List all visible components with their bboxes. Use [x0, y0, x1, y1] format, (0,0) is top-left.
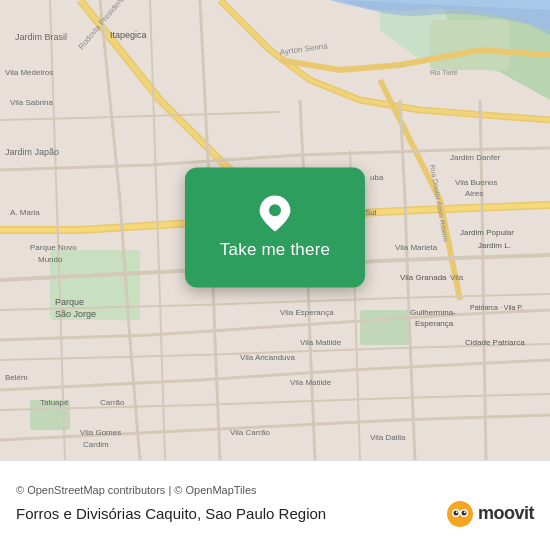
- moovit-text-label: moovit: [478, 503, 534, 524]
- svg-text:Belém: Belém: [5, 373, 28, 382]
- svg-rect-3: [430, 20, 510, 70]
- svg-text:Jardim L.: Jardim L.: [478, 241, 511, 250]
- svg-text:Vila Aricanduva: Vila Aricanduva: [240, 353, 296, 362]
- attribution-text: © OpenStreetMap contributors | © OpenMap…: [16, 484, 534, 496]
- svg-text:Sul: Sul: [365, 208, 377, 217]
- svg-text:Jardim Popular: Jardim Popular: [460, 228, 514, 237]
- svg-text:Jardim Japão: Jardim Japão: [5, 147, 59, 157]
- svg-text:Vila: Vila: [450, 273, 464, 282]
- svg-text:Cardim: Cardim: [83, 440, 109, 449]
- svg-text:uba: uba: [370, 173, 384, 182]
- place-name: Forros e Divisórias Caquito, Sao Paulo R…: [16, 505, 326, 522]
- svg-rect-6: [360, 310, 410, 345]
- svg-point-55: [464, 511, 466, 513]
- svg-text:São Jorge: São Jorge: [55, 309, 96, 319]
- svg-text:Vila Esperança: Vila Esperança: [280, 308, 334, 317]
- svg-text:Vila Matilde: Vila Matilde: [290, 378, 332, 387]
- take-me-there-label: Take me there: [220, 240, 330, 260]
- svg-point-49: [447, 501, 473, 527]
- svg-text:A. Maria: A. Maria: [10, 208, 40, 217]
- svg-text:Parque Novo: Parque Novo: [30, 243, 77, 252]
- svg-text:Jardim Brasil: Jardim Brasil: [15, 32, 67, 42]
- svg-text:Vila Matilde: Vila Matilde: [300, 338, 342, 347]
- svg-text:Rio Tietê: Rio Tietê: [430, 69, 458, 76]
- svg-text:Cidade Patriarca: Cidade Patriarca: [465, 338, 525, 347]
- svg-text:Vila Gomes: Vila Gomes: [80, 428, 121, 437]
- svg-text:Vila Granada: Vila Granada: [400, 273, 447, 282]
- svg-point-48: [269, 204, 281, 216]
- svg-text:Vila Dalila: Vila Dalila: [370, 433, 406, 442]
- svg-text:Tatuapé: Tatuapé: [40, 398, 69, 407]
- svg-point-52: [453, 510, 458, 515]
- svg-point-53: [461, 510, 466, 515]
- svg-text:Itapegica: Itapegica: [110, 30, 147, 40]
- svg-text:Vila Buenos: Vila Buenos: [455, 178, 498, 187]
- svg-text:Vila Carrão: Vila Carrão: [230, 428, 270, 437]
- location-pin-icon: [257, 196, 293, 232]
- svg-text:Esperança: Esperança: [415, 319, 454, 328]
- svg-text:Mundo: Mundo: [38, 255, 63, 264]
- svg-text:Vila Sabrina: Vila Sabrina: [10, 98, 54, 107]
- svg-text:Jardim Danfer: Jardim Danfer: [450, 153, 501, 162]
- svg-text:Carrão: Carrão: [100, 398, 125, 407]
- svg-point-54: [456, 511, 458, 513]
- svg-text:Patriarca · Vila P.: Patriarca · Vila P.: [470, 304, 523, 311]
- svg-text:Vila Medelros: Vila Medelros: [5, 68, 53, 77]
- map-view: Rodovia Presidente Dutra Ayrton Senna Ri…: [0, 0, 550, 460]
- moovit-owl-icon: [446, 500, 474, 528]
- moovit-logo: moovit: [446, 500, 534, 528]
- bottom-bar: © OpenStreetMap contributors | © OpenMap…: [0, 460, 550, 550]
- take-me-there-button[interactable]: Take me there: [185, 168, 365, 288]
- place-info: Forros e Divisórias Caquito, Sao Paulo R…: [16, 500, 534, 528]
- svg-text:Guilhermina-: Guilhermina-: [410, 308, 456, 317]
- svg-text:Vila Marieta: Vila Marieta: [395, 243, 438, 252]
- svg-text:Parque: Parque: [55, 297, 84, 307]
- svg-text:Aires: Aires: [465, 189, 483, 198]
